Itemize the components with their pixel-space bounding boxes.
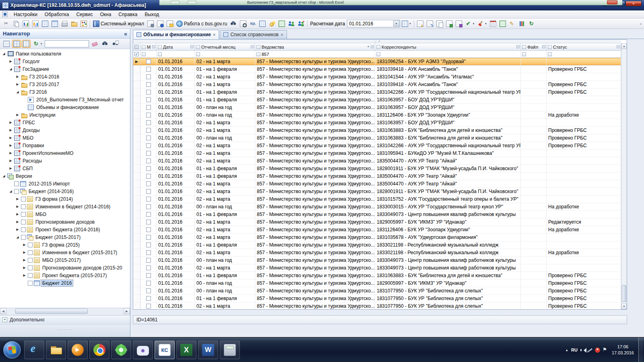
expand-icon[interactable]: ▶ <box>8 151 13 155</box>
navigator-hscrollbar[interactable]: ◀ ▶ <box>0 308 130 314</box>
tree-item[interactable]: ▶Поправки <box>0 142 130 149</box>
checkbox[interactable] <box>28 265 33 270</box>
toolbar-overflow-icon[interactable]: ⌄ <box>639 21 642 25</box>
show-desktop-button[interactable] <box>638 337 643 362</box>
table-row[interactable]: 01.01.201601 - на 1 февраля857 - Министе… <box>133 165 621 173</box>
tab-active[interactable]: Объемы и финансирование× <box>133 30 219 39</box>
search-document-button[interactable] <box>238 19 248 28</box>
expand-icon[interactable]: ▶ <box>8 60 13 63</box>
tree-item[interactable]: ▶Проект бюджета (2015-2017) <box>0 272 130 279</box>
grid-menu-button[interactable]: ▾ <box>400 19 413 28</box>
table-row[interactable]: 01.01.201600 - план на год857 - Министер… <box>133 134 621 142</box>
collapse-icon[interactable]: ◢ <box>15 90 20 94</box>
row-checkbox[interactable] <box>146 128 151 133</box>
filter-cell-status[interactable] <box>547 51 621 58</box>
table-row[interactable]: 01.01.201602 - на 1 марта857 - Министерс… <box>133 234 621 241</box>
column-header-m[interactable]: М <box>140 43 157 50</box>
row-checkbox[interactable] <box>146 113 151 117</box>
column-filter-icon[interactable] <box>522 45 526 49</box>
table-row[interactable]: 01.01.201602 - на 1 марта857 - Министерс… <box>133 302 621 309</box>
filter-cell-icon[interactable] <box>196 52 200 56</box>
expand-icon[interactable]: ▶ <box>8 144 13 147</box>
clock[interactable]: 17:06 17.03.2016 <box>609 344 636 356</box>
row-checkbox[interactable] <box>146 265 151 270</box>
chevron-down-icon[interactable]: ▾ <box>393 21 399 27</box>
menu-item-Сервис[interactable]: Сервис <box>72 11 96 18</box>
table-view-button[interactable] <box>40 19 50 28</box>
pin-column-icon[interactable] <box>251 45 254 48</box>
view-list-button[interactable] <box>12 40 21 48</box>
taskbar-app-ks[interactable] <box>155 341 175 359</box>
expand-icon[interactable]: ▶ <box>15 75 20 78</box>
table-row[interactable]: 01.01.201601 - на 1 февраля857 - Министе… <box>133 272 621 280</box>
totals-button[interactable] <box>79 19 89 28</box>
column-header-file[interactable]: Файл <box>521 43 547 50</box>
column-header-status[interactable]: Статус <box>547 43 621 50</box>
filter-cell-date[interactable] <box>157 51 195 58</box>
excel-export-button[interactable] <box>498 19 508 28</box>
column-header-date[interactable]: Дата <box>157 43 195 50</box>
row-checkbox[interactable] <box>146 258 151 263</box>
table-row[interactable]: 01.01.201600 - план на год857 - Министер… <box>133 280 621 287</box>
taskbar-app-ie[interactable] <box>24 341 44 359</box>
reject-button[interactable]: ▾ <box>476 19 488 28</box>
row-checkbox[interactable] <box>146 227 151 232</box>
expand-icon[interactable]: ▶ <box>15 212 20 216</box>
chart-report-button[interactable] <box>31 19 40 28</box>
taskbar-app-flower[interactable] <box>111 341 131 359</box>
table-row[interactable]: 01.01.201602 - на 1 марта857 - Министерс… <box>133 188 621 195</box>
expand-icon[interactable]: ▶ <box>8 128 13 132</box>
tree-item[interactable]: Объемы и финансирование <box>0 103 130 111</box>
row-checkbox[interactable] <box>146 67 151 72</box>
tree-item[interactable]: ▶МБО <box>0 210 130 218</box>
taskbar-app-calc[interactable] <box>220 341 240 359</box>
more-panel-button[interactable]: + Дополнительно <box>0 315 130 325</box>
tree-item[interactable]: ▶Прогнозирование доходов (2015-20 <box>0 264 130 272</box>
pin-column-icon[interactable] <box>516 45 520 48</box>
refresh-button[interactable] <box>527 19 537 28</box>
pin-column-icon[interactable] <box>371 45 374 48</box>
table-row[interactable]: 01.01.201600 - план на год857 - Министер… <box>133 203 621 211</box>
tree-item[interactable]: ▶МБО <box>0 134 130 142</box>
row-checkbox[interactable] <box>146 143 151 148</box>
doc-export-button[interactable] <box>155 19 165 28</box>
pin-column-icon[interactable] <box>617 45 620 48</box>
edit-document-button[interactable] <box>425 19 435 28</box>
menu-item-Окна[interactable]: Окна <box>96 11 115 18</box>
scrollbar-thumb[interactable] <box>15 309 88 314</box>
close-button[interactable]: × <box>625 1 642 6</box>
tree-item[interactable]: ▶ПроектИсполнениеМО <box>0 149 130 157</box>
add-user-button[interactable] <box>296 19 306 28</box>
find-button[interactable] <box>100 39 110 48</box>
tree-item[interactable]: ▶Проект бюджета (2014-2016) <box>0 226 130 233</box>
filter-cell-corr[interactable] <box>375 51 521 58</box>
row-checkbox[interactable] <box>146 220 151 224</box>
open-button[interactable] <box>69 19 79 28</box>
row-checkbox[interactable] <box>146 189 151 194</box>
scrollbar-thumb[interactable] <box>622 285 626 302</box>
doc-send-button[interactable] <box>165 19 175 28</box>
row-checkbox[interactable] <box>146 151 151 156</box>
filter-cell-icon[interactable] <box>256 52 260 56</box>
tree-item[interactable]: ◢Версии <box>0 172 130 180</box>
search-button[interactable] <box>229 19 238 28</box>
tree-item[interactable]: ◢Бюджет (2015-2017) <box>0 233 130 241</box>
alert-icon[interactable] <box>595 348 600 353</box>
column-filter-icon[interactable] <box>548 45 552 49</box>
column-filter-icon[interactable] <box>376 45 380 49</box>
table-row[interactable]: 01.01.201601 - на 1 февраля857 - Министе… <box>133 211 621 218</box>
filter-cell-month[interactable] <box>195 51 255 58</box>
calc-date-combo[interactable]: 01.01.2016▾ <box>347 20 400 27</box>
table-row[interactable]: 01.01.201602 - на 1 марта857 - Министерс… <box>133 226 621 234</box>
action-center-icon[interactable] <box>602 348 607 353</box>
edit-button[interactable] <box>508 19 517 28</box>
taskbar-app-excel[interactable] <box>176 341 196 359</box>
table-row[interactable]: 01.01.201600 - план на год857 - Министер… <box>133 257 621 264</box>
row-checkbox[interactable] <box>146 120 151 125</box>
find-next-button[interactable] <box>111 39 120 48</box>
tab-inactive[interactable]: Список справочников× <box>220 30 287 39</box>
period-button[interactable] <box>488 19 498 28</box>
checkbox[interactable] <box>14 181 19 186</box>
taskbar-app-word[interactable] <box>198 341 218 359</box>
busgov-button[interactable]: Работа с bus.gov.ru <box>175 19 229 28</box>
